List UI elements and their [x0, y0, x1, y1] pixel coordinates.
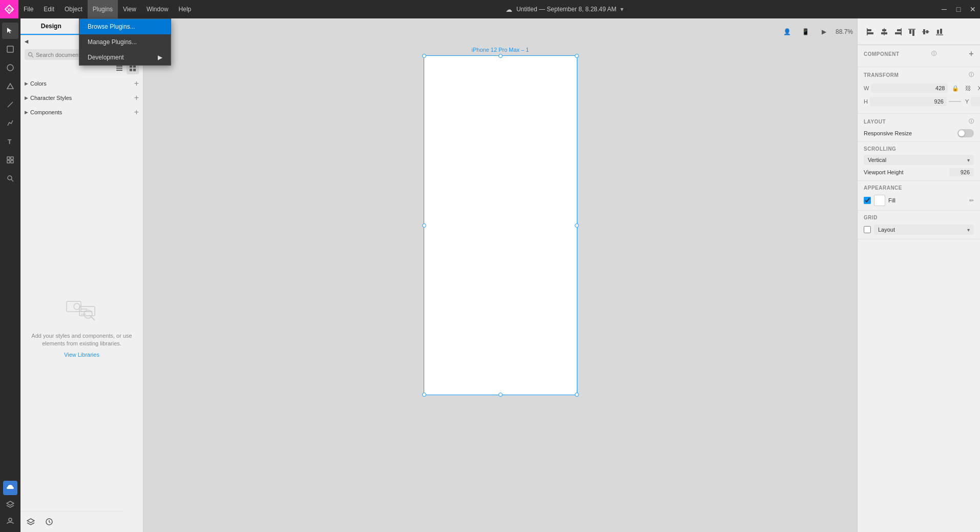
responsive-resize-label: Responsive Resize — [864, 130, 912, 136]
align-bottom-button[interactable] — [933, 25, 946, 38]
component-tool[interactable] — [2, 152, 18, 168]
transform-info-icon[interactable]: ⓘ — [969, 71, 974, 78]
zoom-level[interactable]: 88.7% — [836, 28, 853, 35]
grid-checkbox[interactable] — [864, 226, 871, 233]
add-color-button[interactable]: + — [134, 79, 139, 88]
svg-rect-41 — [922, 31, 929, 32]
constrain-area — [949, 99, 961, 104]
align-left-button[interactable] — [864, 25, 877, 38]
appearance-section: APPEARANCE Fill ✏ — [858, 181, 980, 211]
character-styles-header[interactable]: ▶ Character Styles + — [20, 92, 143, 104]
menu-edit[interactable]: Edit — [38, 0, 59, 18]
layers-icon[interactable] — [25, 516, 37, 528]
component-section-header: COMPONENT ⓘ + — [864, 49, 974, 58]
cloud-icon: ☁ — [506, 6, 512, 13]
colors-section: ▶ Colors + — [20, 76, 143, 91]
menu-object[interactable]: Object — [59, 0, 88, 18]
link-icon[interactable]: ⛓ — [962, 83, 973, 94]
handle-middle-left[interactable] — [422, 223, 426, 228]
width-input[interactable] — [871, 84, 948, 93]
manage-plugins-item[interactable]: Manage Plugins... — [79, 34, 171, 50]
play-button[interactable]: ▶ — [817, 25, 831, 39]
grid-section: GRID Layout Square Column — [858, 211, 980, 239]
add-component-button[interactable]: + — [134, 108, 139, 116]
plugins-icon[interactable] — [43, 516, 55, 528]
line-tool[interactable] — [2, 96, 18, 113]
svg-rect-36 — [909, 30, 911, 34]
svg-line-4 — [8, 102, 13, 107]
align-right-button[interactable] — [891, 25, 905, 38]
fill-edit-icon[interactable]: ✏ — [969, 197, 974, 204]
align-middle-v-button[interactable] — [919, 25, 932, 38]
empty-state-text: Add your styles and components, or use e… — [31, 332, 133, 348]
handle-top-right[interactable] — [575, 54, 579, 58]
triangle-tool[interactable] — [2, 78, 18, 94]
components-arrow-icon: ▶ — [25, 110, 28, 115]
handle-bottom-left[interactable] — [422, 393, 426, 397]
svg-text:Xd: Xd — [7, 7, 13, 12]
svg-rect-29 — [867, 28, 868, 35]
title-dropdown-arrow[interactable]: ▾ — [620, 6, 623, 13]
select-tool[interactable] — [2, 23, 18, 39]
ellipse-tool[interactable] — [2, 59, 18, 76]
search-tool[interactable] — [2, 170, 18, 187]
menu-window[interactable]: Window — [141, 0, 174, 18]
y-input[interactable] — [971, 97, 980, 106]
viewport-height-value[interactable]: 926 — [949, 168, 974, 176]
fill-checkbox[interactable] — [864, 197, 871, 204]
svg-point-12 — [29, 52, 32, 56]
text-tool[interactable]: T — [2, 133, 18, 150]
fill-color-swatch[interactable] — [874, 195, 885, 206]
development-item[interactable]: Development ▶ — [79, 50, 171, 65]
svg-rect-7 — [11, 157, 13, 159]
cloud-sync-icon[interactable] — [3, 481, 17, 495]
device-preview-icon[interactable]: 📱 — [799, 25, 813, 39]
handle-bottom-center[interactable] — [498, 393, 503, 397]
align-center-h-button[interactable] — [878, 25, 891, 38]
handle-top-center[interactable] — [498, 54, 503, 58]
pen-tool[interactable] — [2, 115, 18, 131]
view-libraries-link[interactable]: View Libraries — [64, 352, 99, 358]
handle-middle-right[interactable] — [575, 223, 579, 228]
component-info-icon[interactable]: ⓘ — [931, 50, 937, 57]
minimize-button[interactable]: ─ — [937, 2, 951, 16]
character-styles-section: ▶ Character Styles + — [20, 91, 143, 105]
scrolling-select[interactable]: None Vertical Horizontal Panning — [864, 155, 974, 165]
svg-rect-33 — [897, 29, 901, 31]
menu-file[interactable]: File — [18, 0, 38, 18]
layout-info-icon[interactable]: ⓘ — [969, 118, 974, 125]
browse-plugins-item[interactable]: Browse Plugins... — [79, 19, 171, 34]
handle-bottom-right[interactable] — [575, 393, 579, 397]
transform-section-header: TRANSFORM ⓘ — [864, 71, 974, 78]
align-top-button[interactable] — [905, 25, 919, 38]
lock-proportions-icon[interactable]: 🔒 — [950, 83, 961, 94]
svg-rect-42 — [937, 30, 939, 34]
toggle-thumb — [958, 130, 965, 136]
close-button[interactable]: ✕ — [966, 2, 980, 16]
colors-section-header[interactable]: ▶ Colors + — [20, 77, 143, 90]
maximize-button[interactable]: □ — [951, 2, 966, 16]
add-char-style-button[interactable]: + — [134, 94, 139, 102]
layers-bottom-icon[interactable] — [3, 497, 17, 511]
grid-type-select[interactable]: Layout Square Column — [874, 224, 974, 235]
component-add-button[interactable]: + — [969, 49, 974, 58]
tab-design[interactable]: Design — [20, 18, 82, 35]
components-section-header[interactable]: ▶ Components + — [20, 106, 143, 118]
scrolling-select-wrapper: None Vertical Horizontal Panning — [864, 155, 974, 165]
transform-hy-row: H Y — [864, 97, 974, 106]
user-account-icon[interactable] — [3, 514, 17, 528]
lock-icons: 🔒 ⛓ — [950, 83, 973, 94]
rectangle-tool[interactable] — [2, 41, 18, 57]
canvas-frame[interactable] — [424, 55, 577, 395]
layout-section: LAYOUT ⓘ Responsive Resize — [858, 114, 980, 142]
height-input[interactable] — [870, 97, 947, 106]
menu-help[interactable]: Help — [174, 0, 197, 18]
responsive-resize-toggle[interactable] — [957, 129, 974, 137]
menu-view[interactable]: View — [118, 0, 141, 18]
handle-top-left[interactable] — [422, 54, 426, 58]
app-layout: T Design Prototype ◀ DOCUMENT ASSETS ⊟ — [0, 18, 980, 532]
grid-type-select-wrapper: Layout Square Column — [874, 224, 974, 235]
canvas-area[interactable]: iPhone 12 Pro Max – 1 — [143, 18, 857, 532]
menu-plugins[interactable]: Plugins — [88, 0, 118, 18]
share-icon[interactable]: 👤 — [780, 25, 795, 39]
